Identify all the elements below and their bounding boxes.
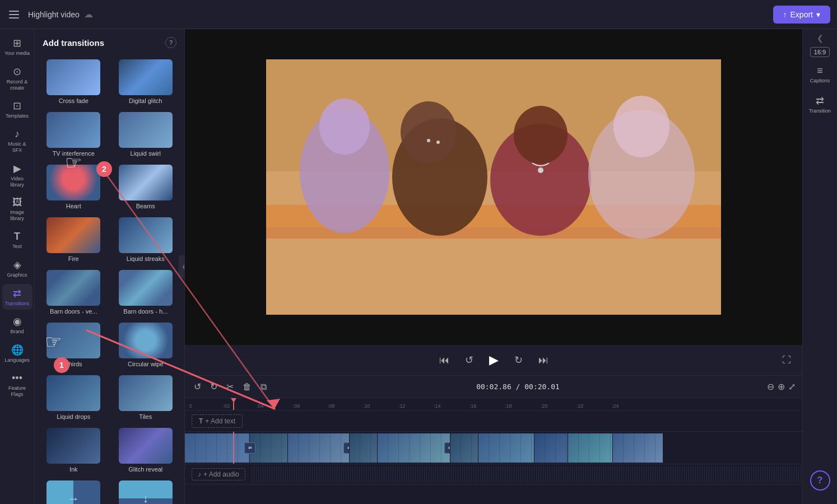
video-clip-9[interactable]: [568, 433, 613, 463]
export-button[interactable]: ↑ Export ▾: [773, 6, 830, 24]
ruler-playhead-triangle: [231, 398, 236, 403]
sidebar-item-your-media[interactable]: ⊞ Your media: [2, 34, 32, 60]
help-button[interactable]: ?: [810, 470, 830, 491]
delete-button[interactable]: 🗑: [240, 380, 254, 394]
svg-point-14: [538, 167, 543, 173]
ruler-mark-12: :12: [398, 403, 406, 409]
label-tv-interference: TV interference: [53, 150, 95, 157]
thumb-fire: [46, 217, 100, 253]
sidebar-item-feature-flags[interactable]: ••• Feature Flags: [2, 369, 32, 401]
zoom-out-button[interactable]: ⊖: [767, 381, 774, 392]
audio-track: ♪ + Add audio: [185, 464, 802, 484]
transition-button[interactable]: ⇄ Transition: [805, 91, 835, 117]
zoom-in-button[interactable]: ⊕: [778, 381, 785, 392]
thumb-heart: [46, 165, 100, 200]
transition-beams[interactable]: Beams: [111, 162, 180, 212]
play-pause-button[interactable]: ▶: [487, 351, 501, 370]
hamburger-menu[interactable]: [7, 8, 21, 21]
transition-wipe-down[interactable]: Wipe down: [111, 478, 180, 504]
cloud-save-icon: ☁: [84, 9, 93, 20]
text-track-icon: T: [199, 417, 203, 425]
sidebar-item-languages[interactable]: 🌐 Languages: [2, 340, 32, 367]
sidebar-item-text[interactable]: T Text: [2, 227, 32, 253]
transition-thirds[interactable]: Thirds: [39, 320, 108, 370]
fullscreen-button[interactable]: ⛶: [782, 355, 791, 365]
transition-glitch-reveal[interactable]: Glitch reveal: [111, 426, 180, 475]
clip-frames-5: [378, 433, 450, 463]
video-clip-4[interactable]: [350, 433, 378, 463]
cut-button[interactable]: ✂: [224, 379, 236, 394]
label-barn-doors-h: Barn doors - h...: [123, 308, 168, 315]
transition-liquid-drops[interactable]: Liquid drops: [39, 373, 108, 422]
svg-point-9: [514, 106, 568, 164]
aspect-ratio-badge[interactable]: 16:9: [810, 47, 830, 57]
transition-heart[interactable]: Heart: [39, 162, 108, 212]
video-clip-6[interactable]: [450, 433, 478, 463]
transition-tiles[interactable]: Tiles: [111, 373, 180, 422]
sidebar-item-image-library[interactable]: 🖼 Image library: [2, 193, 32, 225]
panel-help-button[interactable]: ?: [165, 37, 176, 48]
video-clip-10[interactable]: [613, 433, 663, 463]
captions-icon: ≡: [817, 65, 823, 77]
video-clip-1[interactable]: [185, 433, 250, 463]
center-area: ⏮ ↺ ▶ ↻ ⏭ ⛶ ↺ ↻ ✂ 🗑 ⧉ 00:02.86 / 00:20.0…: [185, 29, 802, 504]
transition-wipe-right[interactable]: Wipe right: [39, 478, 108, 504]
sidebar-label-your-media: Your media: [4, 50, 30, 57]
export-label: Export: [790, 10, 813, 19]
transition-ink[interactable]: Ink: [39, 426, 108, 475]
duplicate-button[interactable]: ⧉: [258, 380, 269, 394]
ruler-mark-06: :06: [293, 403, 300, 409]
sidebar-item-video-library[interactable]: ▶ Video library: [2, 159, 32, 192]
sidebar-label-languages: Languages: [4, 357, 30, 363]
transition-tv-interference[interactable]: TV interference: [39, 110, 108, 159]
transition-liquid-swirl[interactable]: Liquid swirl: [111, 110, 180, 159]
video-clip-5[interactable]: ⇄: [378, 433, 450, 463]
video-clip-2[interactable]: [250, 433, 288, 463]
main-layout: ⊞ Your media ⊙ Record & create ⊡ Templat…: [0, 29, 837, 504]
collapse-panel-button[interactable]: ❮: [817, 34, 824, 43]
skip-to-start-button[interactable]: ⏮: [437, 352, 452, 368]
label-ink: Ink: [69, 466, 78, 473]
transition-barn-doors-h[interactable]: Barn doors - h...: [111, 268, 180, 317]
label-tiles: Tiles: [139, 413, 152, 420]
skip-to-end-button[interactable]: ⏭: [536, 352, 551, 368]
panel-collapse-button[interactable]: ❮: [179, 255, 185, 278]
thumb-circular-wipe: [119, 323, 173, 358]
fit-timeline-button[interactable]: ⤢: [788, 381, 796, 392]
label-barn-doors-v: Barn doors - ve...: [50, 308, 97, 315]
undo-button[interactable]: ↺: [192, 379, 203, 394]
add-text-button[interactable]: T + Add text: [192, 414, 243, 428]
timeline-section: ↺ ↻ ✂ 🗑 ⧉ 00:02.86 / 00:20.01 ⊖ ⊕ ⤢ 0 :0…: [185, 375, 802, 504]
video-track: ⇄ ⇄ ⇄: [185, 432, 802, 464]
video-clip-7[interactable]: [478, 433, 534, 463]
captions-button[interactable]: ≡ Captions: [805, 62, 835, 87]
transition-barn-doors-v[interactable]: Barn doors - ve...: [39, 268, 108, 317]
transition-digital-glitch[interactable]: Digital glitch: [111, 57, 180, 106]
svg-point-11: [613, 96, 669, 157]
sidebar-item-templates[interactable]: ⊡ Templates: [2, 96, 32, 123]
transition-cross-fade[interactable]: Cross fade: [39, 57, 108, 106]
transition-icon-3: ⇄: [343, 442, 350, 454]
fast-forward-button[interactable]: ↻: [512, 352, 525, 368]
project-title: Highlight video: [28, 10, 80, 19]
sidebar-label-templates: Templates: [6, 113, 29, 119]
transition-fire[interactable]: Fire: [39, 215, 108, 264]
sidebar-item-music-sfx[interactable]: ♪ Music & SFX: [2, 125, 32, 157]
add-audio-button[interactable]: ♪ + Add audio: [192, 468, 245, 480]
transition-panel-label: Transition: [809, 108, 831, 114]
sidebar-label-graphics: Graphics: [7, 272, 27, 278]
transition-liquid-streaks[interactable]: Liquid streaks: [111, 215, 180, 264]
image-library-icon: 🖼: [12, 197, 22, 208]
sidebar-item-transitions[interactable]: ⇄ Transitions: [2, 284, 32, 310]
sidebar-item-record-create[interactable]: ⊙ Record & create: [2, 62, 32, 95]
video-clip-8[interactable]: [534, 433, 568, 463]
rewind-button[interactable]: ↺: [463, 352, 476, 368]
transition-circular-wipe[interactable]: Circular wipe: [111, 320, 180, 370]
right-sidebar: ❮ 16:9 ≡ Captions ⇄ Transition ?: [802, 29, 837, 504]
video-clip-3[interactable]: ⇄: [288, 433, 350, 463]
redo-button[interactable]: ↻: [208, 379, 220, 394]
thumb-ink: [46, 428, 100, 464]
sidebar-item-graphics[interactable]: ◈ Graphics: [2, 255, 32, 282]
sidebar-item-brand[interactable]: ◉ Brand: [2, 312, 32, 338]
sidebar-label-brand: Brand: [10, 329, 24, 335]
